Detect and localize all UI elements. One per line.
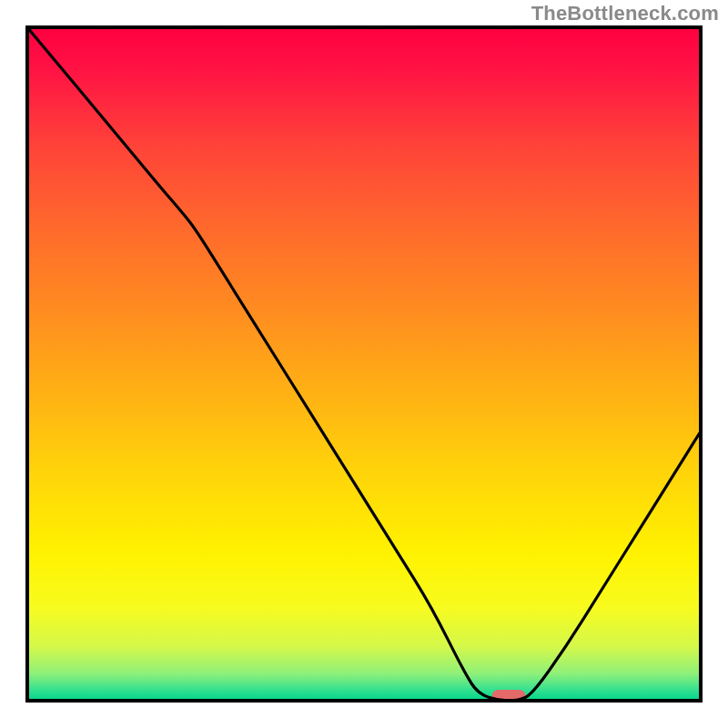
chart-background-gradient	[27, 27, 701, 701]
chart-container: TheBottleneck.com	[0, 0, 728, 728]
watermark-text: TheBottleneck.com	[531, 2, 719, 25]
bottleneck-chart	[0, 0, 728, 728]
